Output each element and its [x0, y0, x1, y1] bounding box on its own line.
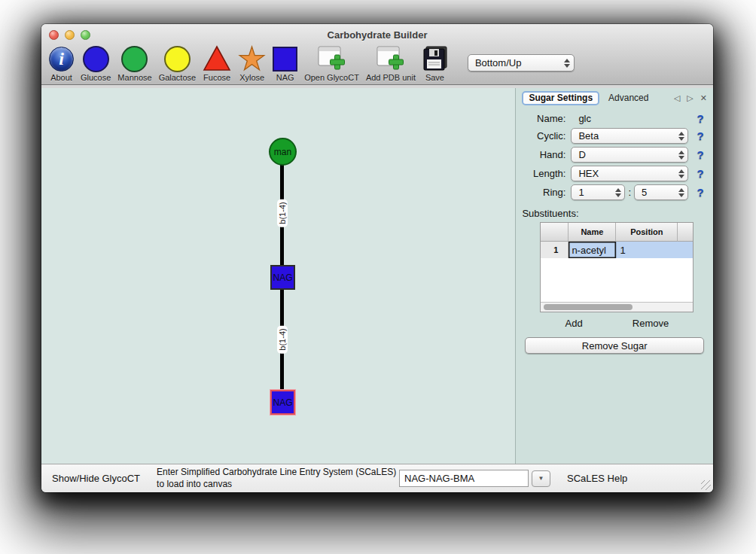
- direction-select-value: Bottom/Up: [475, 57, 521, 68]
- stepper-arrows-icon: [615, 188, 621, 197]
- scales-history-dropdown-button[interactable]: ▼: [532, 470, 550, 487]
- toolbar-label: Galactose: [159, 73, 197, 82]
- show-hide-glycoct-button[interactable]: Show/Hide GlycoCT: [52, 473, 140, 484]
- help-icon[interactable]: ?: [694, 129, 707, 142]
- row-number-cell: 1: [541, 242, 569, 258]
- toolbar-button-xylose[interactable]: Xylose: [238, 45, 266, 82]
- cyclic-label: Cyclic:: [522, 130, 565, 142]
- tab-nav-left-icon[interactable]: ◁: [674, 93, 680, 103]
- panel-body: Name: glc ? Cyclic: Beta ? Hand:: [516, 106, 713, 354]
- substituents-header-row: Name Position: [541, 223, 693, 242]
- ring-label: Ring:: [522, 187, 565, 198]
- row-number-header: [541, 223, 569, 242]
- help-icon[interactable]: ?: [694, 167, 707, 180]
- tab-sugar-settings[interactable]: Sugar Settings: [522, 91, 599, 105]
- sugar-node-nag-1[interactable]: NAG: [270, 265, 295, 290]
- blue-circle-icon: [83, 46, 109, 72]
- stepper-arrows-icon: [678, 151, 684, 160]
- page-background: Carbohydrate Builder i About Glucose Man…: [0, 0, 756, 554]
- length-label: Length:: [522, 168, 565, 179]
- green-circle-icon: [121, 46, 148, 72]
- status-bar: Show/Hide GlycoCT Enter Simplified Carbo…: [41, 464, 713, 492]
- scales-prompt-label: Enter Simplified Carbohydrate Line Entry…: [157, 467, 399, 490]
- scales-input[interactable]: [399, 470, 529, 487]
- sugar-settings-panel: Sugar Settings Advanced ◁ ▷ ✕ Name: glc …: [515, 88, 713, 464]
- add-document-plus-icon: [376, 45, 405, 72]
- ring-end-stepper[interactable]: 5: [634, 184, 688, 200]
- direction-select[interactable]: Bottom/Up: [468, 54, 575, 72]
- name-value: glc: [571, 113, 688, 124]
- scrollbar-thumb[interactable]: [544, 304, 633, 310]
- sugar-node-man[interactable]: man: [269, 138, 297, 166]
- stepper-arrows-icon: [678, 132, 684, 141]
- toolbar-label: Xylose: [239, 73, 264, 82]
- hand-select[interactable]: D: [571, 147, 688, 163]
- toolbar-label: Add PDB unit: [366, 73, 416, 82]
- toolbar-label: Save: [425, 73, 444, 82]
- add-substituent-button[interactable]: Add: [565, 318, 582, 329]
- ring-start-stepper[interactable]: 1: [571, 184, 625, 200]
- stepper-arrows-icon: [678, 188, 684, 197]
- substituents-table: Name Position 1 n-acetyl 1: [540, 222, 694, 312]
- orange-star-icon: [238, 45, 266, 72]
- toolbar-button-mannose[interactable]: Mannose: [117, 45, 151, 82]
- toolbar-label: NAG: [276, 73, 294, 82]
- scales-help-button[interactable]: SCaLES Help: [567, 473, 627, 484]
- hand-label: Hand:: [522, 149, 565, 160]
- substituent-position-cell[interactable]: 1: [616, 242, 678, 258]
- toolbar-button-add-pdb-unit[interactable]: Add PDB unit: [366, 45, 416, 82]
- help-icon[interactable]: ?: [694, 148, 707, 161]
- help-icon[interactable]: ?: [694, 112, 707, 125]
- window-chrome: Carbohydrate Builder i About Glucose Man…: [41, 24, 713, 85]
- toolbar-label: Mannose: [117, 73, 151, 82]
- ring-start-value: 1: [578, 187, 584, 198]
- substituents-label: Substituents:: [522, 208, 707, 219]
- stepper-arrows-icon: [564, 59, 570, 68]
- toolbar-button-galactose[interactable]: Galactose: [159, 45, 197, 82]
- length-select[interactable]: HEX: [571, 166, 688, 181]
- toolbar-button-fucose[interactable]: Fucose: [203, 45, 231, 82]
- red-triangle-icon: [203, 45, 231, 72]
- resize-grip[interactable]: [701, 480, 711, 490]
- stepper-arrows-icon: [678, 169, 684, 178]
- open-document-plus-icon: [318, 45, 346, 72]
- substituent-name-cell[interactable]: n-acetyl: [569, 242, 616, 258]
- window-title: Carbohydrate Builder: [41, 29, 713, 41]
- app-window: Carbohydrate Builder i About Glucose Man…: [41, 24, 713, 492]
- tab-nav-right-icon[interactable]: ▷: [687, 93, 693, 103]
- position-column-header: Position: [616, 223, 678, 242]
- toolbar-button-nag[interactable]: NAG: [273, 45, 297, 82]
- glycan-canvas[interactable]: man b(1-4) NAG b(1-4) NAG: [41, 88, 515, 464]
- info-icon: i: [49, 47, 74, 72]
- tab-close-icon[interactable]: ✕: [700, 93, 707, 103]
- toolbar-button-glucose[interactable]: Glucose: [81, 45, 111, 82]
- substituent-extra-cell: [678, 242, 693, 258]
- floppy-disk-icon: [422, 45, 447, 72]
- yellow-circle-icon: [164, 46, 191, 72]
- extra-column-header: [678, 223, 693, 242]
- sugar-node-nag-2-selected[interactable]: NAG: [270, 390, 295, 415]
- bond-label: b(1-4): [277, 325, 288, 353]
- hand-select-value: D: [578, 149, 585, 160]
- name-column-header: Name: [569, 223, 616, 242]
- table-row: 1 n-acetyl 1: [541, 242, 693, 258]
- toolbar-button-open-glycoct[interactable]: Open GlycoCT: [304, 45, 359, 82]
- tab-advanced[interactable]: Advanced: [608, 93, 648, 103]
- cyclic-select[interactable]: Beta: [571, 128, 688, 144]
- toolbar-label: About: [50, 73, 72, 82]
- panel-tabbar: Sugar Settings Advanced ◁ ▷ ✕: [516, 88, 713, 106]
- cyclic-select-value: Beta: [578, 130, 599, 142]
- table-empty-area: [541, 258, 693, 302]
- name-label: Name:: [522, 113, 565, 124]
- blue-square-icon: [273, 47, 297, 72]
- bond-label: b(1-4): [277, 199, 288, 227]
- help-icon[interactable]: ?: [694, 186, 707, 199]
- toolbar-label: Glucose: [81, 73, 111, 82]
- toolbar-button-about[interactable]: i About: [49, 45, 74, 82]
- ring-end-value: 5: [642, 187, 647, 198]
- toolbar-button-save[interactable]: Save: [422, 45, 447, 82]
- ring-separator: :: [628, 187, 631, 198]
- table-horizontal-scrollbar[interactable]: [541, 302, 693, 312]
- remove-sugar-button[interactable]: Remove Sugar: [525, 337, 704, 354]
- remove-substituent-button[interactable]: Remove: [633, 318, 669, 329]
